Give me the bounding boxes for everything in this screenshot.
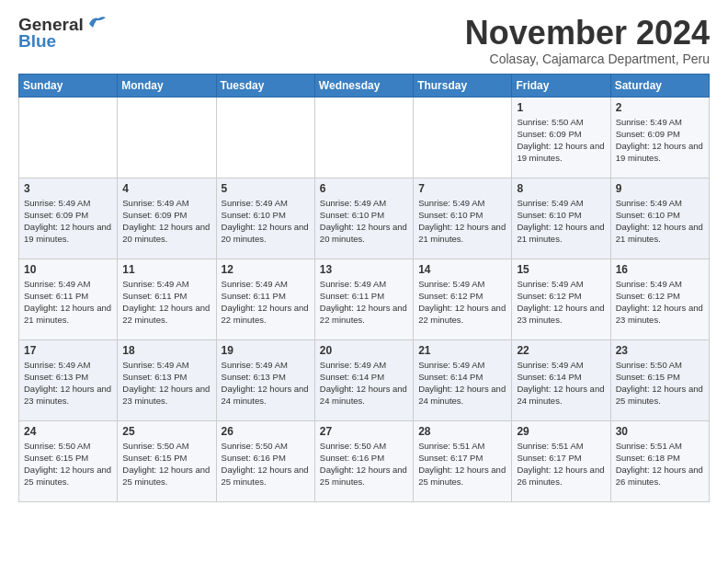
day-of-week-header: Monday <box>118 74 216 97</box>
calendar-cell: 29Sunrise: 5:51 AMSunset: 6:17 PMDayligh… <box>512 420 610 501</box>
day-of-week-header: Saturday <box>610 74 709 97</box>
day-info: Sunrise: 5:49 AMSunset: 6:10 PMDaylight:… <box>320 197 408 246</box>
day-number: 14 <box>418 263 506 276</box>
calendar-cell: 30Sunrise: 5:51 AMSunset: 6:18 PMDayligh… <box>610 420 709 501</box>
calendar-cell: 22Sunrise: 5:49 AMSunset: 6:14 PMDayligh… <box>512 339 610 420</box>
calendar-week-row: 3Sunrise: 5:49 AMSunset: 6:09 PMDaylight… <box>19 178 710 259</box>
calendar-cell: 7Sunrise: 5:49 AMSunset: 6:10 PMDaylight… <box>414 178 512 259</box>
logo-blue-text: Blue <box>18 31 56 52</box>
calendar-cell <box>314 97 413 178</box>
calendar-cell: 2Sunrise: 5:49 AMSunset: 6:09 PMDaylight… <box>610 97 709 178</box>
day-number: 28 <box>418 425 506 438</box>
calendar-cell: 24Sunrise: 5:50 AMSunset: 6:15 PMDayligh… <box>19 420 118 501</box>
calendar-cell: 4Sunrise: 5:49 AMSunset: 6:09 PMDaylight… <box>118 178 216 259</box>
calendar-cell: 17Sunrise: 5:49 AMSunset: 6:13 PMDayligh… <box>19 339 118 420</box>
location-subtitle: Colasay, Cajamarca Department, Peru <box>465 52 710 66</box>
day-info: Sunrise: 5:49 AMSunset: 6:10 PMDaylight:… <box>517 197 605 246</box>
calendar-cell: 6Sunrise: 5:49 AMSunset: 6:10 PMDaylight… <box>314 178 413 259</box>
day-number: 20 <box>320 344 408 357</box>
calendar-cell: 5Sunrise: 5:49 AMSunset: 6:10 PMDaylight… <box>216 178 314 259</box>
calendar-cell: 14Sunrise: 5:49 AMSunset: 6:12 PMDayligh… <box>414 259 512 339</box>
day-number: 29 <box>517 425 605 438</box>
day-info: Sunrise: 5:49 AMSunset: 6:09 PMDaylight:… <box>616 116 704 165</box>
day-info: Sunrise: 5:49 AMSunset: 6:11 PMDaylight:… <box>222 278 310 327</box>
calendar-week-row: 17Sunrise: 5:49 AMSunset: 6:13 PMDayligh… <box>19 339 710 420</box>
day-number: 16 <box>616 263 704 276</box>
day-info: Sunrise: 5:49 AMSunset: 6:10 PMDaylight:… <box>222 197 310 246</box>
day-info: Sunrise: 5:49 AMSunset: 6:09 PMDaylight:… <box>122 197 210 246</box>
day-info: Sunrise: 5:51 AMSunset: 6:17 PMDaylight:… <box>418 440 506 488</box>
calendar-week-row: 10Sunrise: 5:49 AMSunset: 6:11 PMDayligh… <box>19 259 710 339</box>
calendar-cell: 13Sunrise: 5:49 AMSunset: 6:11 PMDayligh… <box>314 259 413 339</box>
day-info: Sunrise: 5:49 AMSunset: 6:11 PMDaylight:… <box>320 278 408 327</box>
day-number: 9 <box>616 182 704 195</box>
day-of-week-header: Wednesday <box>314 74 413 97</box>
calendar-header-row: SundayMondayTuesdayWednesdayThursdayFrid… <box>19 74 710 97</box>
calendar-cell: 8Sunrise: 5:49 AMSunset: 6:10 PMDaylight… <box>512 178 610 259</box>
title-section: November 2024 Colasay, Cajamarca Departm… <box>465 15 710 66</box>
day-of-week-header: Thursday <box>414 74 512 97</box>
day-info: Sunrise: 5:50 AMSunset: 6:09 PMDaylight:… <box>517 116 605 165</box>
day-number: 24 <box>24 425 112 438</box>
calendar-cell: 27Sunrise: 5:50 AMSunset: 6:16 PMDayligh… <box>314 420 413 501</box>
day-info: Sunrise: 5:51 AMSunset: 6:17 PMDaylight:… <box>517 440 605 488</box>
day-number: 13 <box>320 263 408 276</box>
day-info: Sunrise: 5:49 AMSunset: 6:14 PMDaylight:… <box>517 359 605 408</box>
day-number: 25 <box>122 425 210 438</box>
day-info: Sunrise: 5:49 AMSunset: 6:10 PMDaylight:… <box>616 197 704 246</box>
day-info: Sunrise: 5:50 AMSunset: 6:15 PMDaylight:… <box>122 440 210 488</box>
day-info: Sunrise: 5:49 AMSunset: 6:12 PMDaylight:… <box>616 278 704 327</box>
day-info: Sunrise: 5:50 AMSunset: 6:16 PMDaylight:… <box>320 440 408 488</box>
day-info: Sunrise: 5:49 AMSunset: 6:10 PMDaylight:… <box>418 197 506 246</box>
calendar-body: 1Sunrise: 5:50 AMSunset: 6:09 PMDaylight… <box>19 97 710 501</box>
day-number: 27 <box>320 425 408 438</box>
day-number: 7 <box>418 182 506 195</box>
day-number: 4 <box>122 182 210 195</box>
calendar-cell: 19Sunrise: 5:49 AMSunset: 6:13 PMDayligh… <box>216 339 314 420</box>
day-number: 17 <box>24 344 112 357</box>
page-header: General Blue November 2024 Colasay, Caja… <box>18 15 710 66</box>
day-info: Sunrise: 5:49 AMSunset: 6:14 PMDaylight:… <box>320 359 408 408</box>
calendar-week-row: 24Sunrise: 5:50 AMSunset: 6:15 PMDayligh… <box>19 420 710 501</box>
calendar-cell: 25Sunrise: 5:50 AMSunset: 6:15 PMDayligh… <box>118 420 216 501</box>
day-info: Sunrise: 5:51 AMSunset: 6:18 PMDaylight:… <box>616 440 704 488</box>
calendar-cell <box>19 97 118 178</box>
calendar-cell <box>216 97 314 178</box>
calendar-cell: 21Sunrise: 5:49 AMSunset: 6:14 PMDayligh… <box>414 339 512 420</box>
day-number: 10 <box>24 263 112 276</box>
day-number: 5 <box>222 182 310 195</box>
day-of-week-header: Tuesday <box>216 74 314 97</box>
calendar-cell: 23Sunrise: 5:50 AMSunset: 6:15 PMDayligh… <box>610 339 709 420</box>
day-number: 23 <box>616 344 704 357</box>
day-info: Sunrise: 5:49 AMSunset: 6:13 PMDaylight:… <box>122 359 210 408</box>
day-of-week-header: Friday <box>512 74 610 97</box>
day-info: Sunrise: 5:49 AMSunset: 6:09 PMDaylight:… <box>24 197 112 246</box>
day-of-week-header: Sunday <box>19 74 118 97</box>
calendar-week-row: 1Sunrise: 5:50 AMSunset: 6:09 PMDaylight… <box>19 97 710 178</box>
day-info: Sunrise: 5:49 AMSunset: 6:12 PMDaylight:… <box>418 278 506 327</box>
day-number: 12 <box>222 263 310 276</box>
logo-bird-icon <box>85 15 106 31</box>
logo: General Blue <box>18 15 106 52</box>
calendar-cell: 20Sunrise: 5:49 AMSunset: 6:14 PMDayligh… <box>314 339 413 420</box>
day-info: Sunrise: 5:49 AMSunset: 6:13 PMDaylight:… <box>222 359 310 408</box>
calendar-cell: 10Sunrise: 5:49 AMSunset: 6:11 PMDayligh… <box>19 259 118 339</box>
calendar-cell: 3Sunrise: 5:49 AMSunset: 6:09 PMDaylight… <box>19 178 118 259</box>
day-number: 3 <box>24 182 112 195</box>
day-info: Sunrise: 5:49 AMSunset: 6:11 PMDaylight:… <box>122 278 210 327</box>
day-info: Sunrise: 5:49 AMSunset: 6:12 PMDaylight:… <box>517 278 605 327</box>
day-number: 30 <box>616 425 704 438</box>
day-info: Sunrise: 5:49 AMSunset: 6:11 PMDaylight:… <box>24 278 112 327</box>
day-number: 2 <box>616 101 704 114</box>
day-number: 8 <box>517 182 605 195</box>
calendar-cell: 11Sunrise: 5:49 AMSunset: 6:11 PMDayligh… <box>118 259 216 339</box>
day-number: 1 <box>517 101 605 114</box>
day-number: 22 <box>517 344 605 357</box>
day-number: 19 <box>222 344 310 357</box>
calendar-cell: 9Sunrise: 5:49 AMSunset: 6:10 PMDaylight… <box>610 178 709 259</box>
day-number: 18 <box>122 344 210 357</box>
day-number: 15 <box>517 263 605 276</box>
calendar-cell: 26Sunrise: 5:50 AMSunset: 6:16 PMDayligh… <box>216 420 314 501</box>
day-info: Sunrise: 5:50 AMSunset: 6:16 PMDaylight:… <box>222 440 310 488</box>
day-number: 6 <box>320 182 408 195</box>
